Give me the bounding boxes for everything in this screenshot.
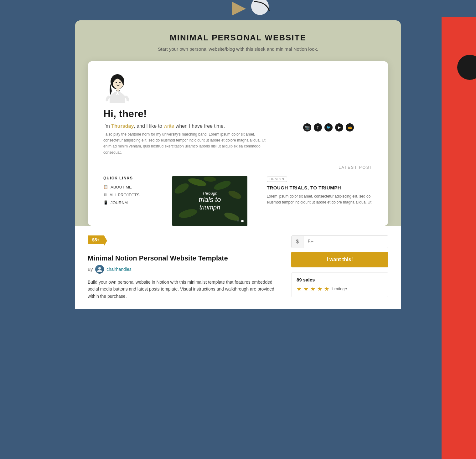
projects-link-icon: 🖥 xyxy=(103,193,107,197)
product-description: Build your own personal website in Notio… xyxy=(88,279,279,300)
quick-links-column: QUICK LINKS 📋 ABOUT ME 🖥 ALL PROJECTS 📱 … xyxy=(103,176,172,214)
star-3: ★ xyxy=(310,286,315,292)
decorative-circle xyxy=(457,55,476,80)
post-tag: DESIGN xyxy=(267,177,287,182)
svg-point-9 xyxy=(119,90,120,91)
social-icons-row: 📷 f 🐦 ▶ 📻 xyxy=(303,123,373,132)
journal-link-icon: 📱 xyxy=(103,200,108,205)
journal-link-label: JOURNAL xyxy=(111,200,130,205)
projects-link-label: ALL PROJECTS xyxy=(110,193,140,197)
about-link-label: ABOUT ME xyxy=(111,185,132,189)
svg-point-8 xyxy=(118,90,119,91)
cartoon-decoration xyxy=(191,0,285,17)
post-image-line1: Through xyxy=(199,191,221,196)
quick-link-about[interactable]: 📋 ABOUT ME xyxy=(103,185,172,189)
price-input-row: $ xyxy=(291,235,388,248)
product-title: Minimal Notion Personal Website Template xyxy=(88,254,279,262)
dollar-sign: $ xyxy=(292,236,303,248)
instagram-icon[interactable]: 📷 xyxy=(303,123,311,132)
dot-1 xyxy=(237,220,239,222)
avatar xyxy=(103,74,132,102)
author-avatar-icon xyxy=(96,266,103,272)
avatar-illustration xyxy=(103,73,132,103)
price-badge: $5+ xyxy=(88,235,104,244)
quick-links-title: QUICK LINKS xyxy=(103,176,172,180)
intro-line: I'm Thursday, and I like to write when I… xyxy=(103,123,297,129)
purchase-right: $ I want this! 89 sales ★ ★ ★ ★ ★ 1 rati… xyxy=(291,235,388,297)
star-4: ★ xyxy=(317,286,322,292)
bio-text: I also play the baritone horn for my uni… xyxy=(103,132,266,156)
website-preview-card: Hi, there! I'm Thursday, and I like to w… xyxy=(88,61,388,226)
star-2: ★ xyxy=(303,286,308,292)
post-image-line3: triumph xyxy=(199,204,221,211)
intro-prefix: I'm xyxy=(103,123,111,129)
svg-point-5 xyxy=(119,82,121,83)
top-decoration xyxy=(0,0,476,17)
greeting-text: Hi, there! xyxy=(103,108,373,120)
svg-point-18 xyxy=(98,267,101,270)
purchase-section: $5+ Minimal Notion Personal Website Temp… xyxy=(75,226,401,309)
author-avatar xyxy=(95,265,104,274)
preview-subtitle: Start your own personal website/blog wit… xyxy=(88,46,388,52)
main-wrapper: MINIMAL PERSONAL WEBSITE Start your own … xyxy=(69,20,407,322)
preview-section: MINIMAL PERSONAL WEBSITE Start your own … xyxy=(75,20,401,226)
buy-button[interactable]: I want this! xyxy=(291,252,388,267)
bottom-preview-row: QUICK LINKS 📋 ABOUT ME 🖥 ALL PROJECTS 📱 … xyxy=(103,176,373,226)
avatar-area xyxy=(103,74,373,102)
post-image-dots xyxy=(237,220,244,222)
svg-marker-0 xyxy=(232,2,246,16)
facebook-icon[interactable]: f xyxy=(314,123,322,132)
quick-link-journal[interactable]: 📱 JOURNAL xyxy=(103,200,172,205)
post-image-line2: trials to xyxy=(199,196,221,204)
youtube-icon[interactable]: ▶ xyxy=(335,123,343,132)
preview-title: MINIMAL PERSONAL WEBSITE xyxy=(88,33,388,43)
about-link-icon: 📋 xyxy=(103,185,108,189)
chevron-down-icon: ▾ xyxy=(345,287,347,291)
twitter-icon[interactable]: 🐦 xyxy=(324,123,333,132)
post-excerpt: Lorem ipsum dolor sit amet, consectetur … xyxy=(267,193,373,205)
post-title: TROUGH TRIALS, TO TRIUMPH xyxy=(267,185,373,190)
price-badge-text: $5+ xyxy=(92,237,100,242)
by-label: By xyxy=(88,267,93,272)
svg-point-7 xyxy=(116,90,117,91)
svg-point-4 xyxy=(116,82,117,83)
intro-suffix: when I have free time. xyxy=(174,123,225,129)
latest-post-label: LATEST POST xyxy=(103,165,373,170)
quick-link-projects[interactable]: 🖥 ALL PROJECTS xyxy=(103,193,172,197)
write-highlight: write xyxy=(163,123,174,129)
star-1: ★ xyxy=(297,286,302,292)
podcast-icon[interactable]: 📻 xyxy=(346,123,354,132)
rating-row: ★ ★ ★ ★ ★ 1 rating ▾ xyxy=(297,286,383,292)
star-5: ★ xyxy=(324,286,329,292)
post-info-column: DESIGN TROUGH TRIALS, TO TRIUMPH Lorem i… xyxy=(261,176,373,205)
name-highlight: Thursday xyxy=(111,123,134,129)
intro-middle: , and I like to xyxy=(134,123,163,129)
stats-box: 89 sales ★ ★ ★ ★ ★ 1 rating ▾ xyxy=(291,272,388,297)
post-featured-image[interactable]: Through trials to triumph xyxy=(172,176,247,226)
post-image-column: Through trials to triumph xyxy=(172,176,261,226)
sales-count: 89 sales xyxy=(297,277,383,282)
price-input[interactable] xyxy=(303,236,388,248)
red-side-panel xyxy=(442,17,476,459)
purchase-left: $5+ Minimal Notion Personal Website Temp… xyxy=(88,235,279,300)
rating-text: 1 rating xyxy=(331,286,344,291)
rating-link[interactable]: 1 rating ▾ xyxy=(331,286,347,291)
author-link[interactable]: chairhandles xyxy=(106,267,131,272)
by-author-row: By chairhandles xyxy=(88,265,279,274)
dot-2 xyxy=(241,220,244,222)
